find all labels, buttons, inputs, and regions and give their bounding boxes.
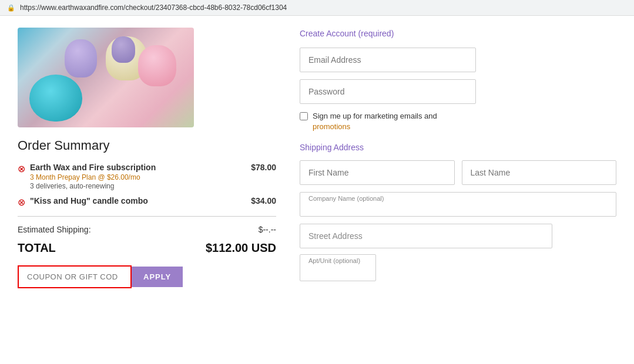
coupon-input-wrapper [18, 265, 132, 288]
item-price-2: $34.00 [251, 196, 276, 205]
marketing-text: Sign me up for marketing emails and prom… [313, 111, 476, 132]
item-delivery-1: 3 deliveries, auto-renewing [30, 182, 244, 190]
apt-input[interactable] [308, 265, 367, 277]
item-icon-2: ⊗ [18, 197, 25, 208]
total-amount: $112.00 USD [206, 241, 276, 255]
divider [18, 216, 276, 217]
email-input[interactable] [300, 48, 476, 72]
first-name-input[interactable] [300, 160, 455, 185]
page-content: Order Summary ⊗ Earth Wax and Fire subsc… [0, 16, 634, 300]
create-account-label: Create Account (required) [300, 29, 616, 38]
apply-button[interactable]: APPLY [132, 267, 183, 287]
coupon-input[interactable] [19, 267, 130, 287]
name-row [300, 160, 616, 185]
order-summary-title: Order Summary [18, 138, 276, 153]
item-name-1: Earth Wax and Fire subscription [30, 163, 244, 172]
order-item-1: ⊗ Earth Wax and Fire subscription 3 Mont… [18, 163, 276, 190]
company-wrapper: Company Name (optional) [300, 192, 616, 217]
item-icon-1: ⊗ [18, 163, 25, 174]
order-item-2: ⊗ "Kiss and Hug" candle combo $34.00 [18, 196, 276, 208]
item-name-2: "Kiss and Hug" candle combo [30, 196, 244, 205]
total-row: TOTAL $112.00 USD [18, 241, 276, 255]
item-price-1: $78.00 [251, 163, 276, 172]
left-column: Order Summary ⊗ Earth Wax and Fire subsc… [18, 28, 276, 288]
item-plan-1: 3 Month Prepay Plan @ $26.00/mo [30, 173, 244, 181]
password-input[interactable] [300, 79, 476, 104]
shipping-address-label: Shipping Address [300, 143, 616, 152]
coupon-row: APPLY [18, 265, 276, 288]
candle-teal [29, 75, 82, 122]
shipping-value: $--.-- [259, 225, 276, 234]
shipping-label: Estimated Shipping: [18, 225, 91, 234]
marketing-checkbox[interactable] [300, 112, 308, 120]
company-input[interactable] [308, 204, 608, 213]
apt-label: Apt/Unit (optional) [308, 257, 367, 264]
street-placeholder: Street Address [308, 231, 363, 241]
right-column: Create Account (required) Sign me up for… [300, 28, 616, 288]
last-name-input[interactable] [462, 160, 617, 185]
candle-scene [18, 28, 194, 127]
marketing-text-promotions: promotions [313, 122, 350, 131]
browser-bar: 🔒 https://www.earthwaxandfire.com/checko… [0, 0, 634, 16]
browser-url: https://www.earthwaxandfire.com/checkout… [20, 4, 287, 12]
company-label: Company Name (optional) [308, 195, 608, 202]
lock-icon: 🔒 [7, 4, 15, 12]
marketing-row: Sign me up for marketing emails and prom… [300, 111, 476, 132]
candle-small-purple [112, 36, 135, 63]
total-label: TOTAL [18, 241, 56, 255]
candle-lavender [65, 39, 97, 77]
street-wrapper: Street Address [300, 224, 552, 248]
apt-wrapper: Apt/Unit (optional) [300, 254, 376, 281]
candle-pink-rose [138, 45, 176, 86]
shipping-row: Estimated Shipping: $--.-- [18, 225, 276, 234]
product-image [18, 28, 194, 127]
